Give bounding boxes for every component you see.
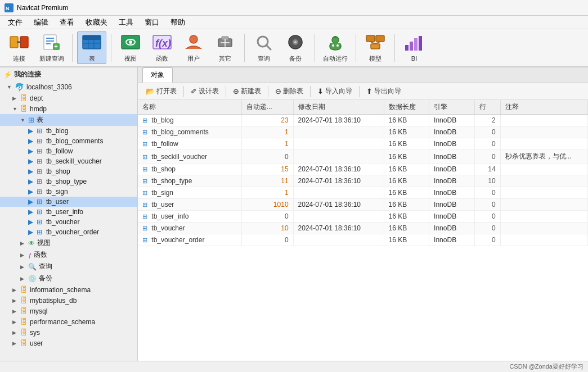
other-icon	[215, 33, 235, 53]
sidebar-table-tb_follow[interactable]: ▶⊞tb_follow	[0, 146, 137, 156]
sidebar-table-tb_shop[interactable]: ▶⊞tb_shop	[0, 166, 137, 176]
sidebar-view-group[interactable]: ▶👁 视图	[0, 237, 137, 249]
menu-item-收藏夹[interactable]: 收藏夹	[80, 16, 113, 29]
toolbar-btn-table[interactable]: 表	[77, 31, 106, 64]
toolbar-separator	[315, 34, 315, 62]
cell-rows: 0	[474, 199, 500, 211]
db-name: hmdp	[30, 105, 47, 113]
toolbar-btn-function[interactable]: f(x)函数	[147, 31, 177, 64]
cell-engine: InnoDB	[429, 187, 475, 199]
sidebar-table-group[interactable]: ▼⊞表	[0, 114, 137, 126]
toolbar-btn-autorun[interactable]: 自动运行	[320, 31, 351, 64]
toolbar-btn-new_query[interactable]: +新建查询	[36, 31, 68, 64]
table-name: tb_sign	[46, 188, 68, 196]
sidebar-table-tb_blog[interactable]: ▶⊞tb_blog	[0, 126, 137, 136]
backup-group-icon: 💿	[28, 275, 37, 283]
menu-item-工具[interactable]: 工具	[113, 16, 139, 29]
table-icon: ▶	[28, 167, 33, 175]
sidebar-db-dept[interactable]: ▶🗄dept	[0, 93, 137, 103]
backup-icon	[285, 33, 306, 53]
table-row[interactable]: ⊞ tb_follow 1 16 KB InnoDB 0	[138, 138, 588, 150]
sidebar-db-information-schema[interactable]: ▶🗄information_schema	[0, 284, 137, 295]
sidebar-table-tb_sign[interactable]: ▶⊞tb_sign	[0, 187, 137, 197]
sidebar-table-tb_seckill_voucher[interactable]: ▶⊞tb_seckill_voucher	[0, 156, 137, 166]
action-btn-export[interactable]: ⬆导出向导	[362, 85, 406, 98]
db-icon: 🗄	[20, 285, 28, 294]
table-container[interactable]: 名称 自动递... 修改日期 数据长度 引擎 行 注释 ⊞ tb_blog 23…	[138, 100, 588, 361]
sidebar-connection-localhost[interactable]: ▼🐬localhost_3306	[0, 81, 137, 93]
toolbar-btn-bi[interactable]: BI	[400, 31, 429, 64]
table-name: tb_blog_comments	[46, 137, 103, 145]
sidebar-table-tb_voucher[interactable]: ▶⊞tb_voucher	[0, 217, 137, 227]
toolbar-btn-backup[interactable]: 备份	[281, 31, 310, 64]
toolbar-btn-model[interactable]: 模型	[361, 31, 390, 64]
sidebar-db-sys[interactable]: ▶🗄sys	[0, 327, 137, 338]
sidebar-backup-group[interactable]: ▶💿 备份	[0, 273, 137, 284]
toolbar-btn-query[interactable]: 查询	[249, 31, 279, 64]
view-group-label: 视图	[37, 238, 51, 248]
menu-item-帮助[interactable]: 帮助	[165, 16, 191, 29]
action-btn-open[interactable]: 📂打开表	[141, 85, 181, 98]
cell-rows: 0	[474, 223, 500, 234]
cell-engine: InnoDB	[429, 138, 475, 150]
sidebar-db-mybatisplus-db[interactable]: ▶🗄mybatisplus_db	[0, 295, 137, 306]
toolbar-btn-other[interactable]: 其它	[210, 31, 240, 64]
cell-date: 2024-07-01 18:36:10	[293, 199, 384, 211]
toolbar-label-autorun: 自动运行	[323, 55, 348, 63]
toolbar-separator	[356, 34, 356, 62]
db-icon: 🗄	[20, 307, 28, 315]
sidebar-db-mysql[interactable]: ▶🗄mysql	[0, 306, 137, 316]
db-name: mybatisplus_db	[30, 297, 77, 305]
sidebar-table-tb_user_info[interactable]: ▶⊞tb_user_info	[0, 207, 137, 217]
svg-text:N: N	[6, 6, 10, 11]
toolbar-btn-connect[interactable]: 连接	[5, 31, 34, 64]
menu-item-窗口[interactable]: 窗口	[139, 16, 165, 29]
col-header-name: 名称	[138, 100, 241, 115]
table-row[interactable]: ⊞ tb_seckill_voucher 0 16 KB InnoDB 0 秒杀…	[138, 150, 588, 164]
tab-objects[interactable]: 对象	[142, 67, 173, 83]
table-row[interactable]: ⊞ tb_user 1010 2024-07-01 18:36:10 16 KB…	[138, 199, 588, 211]
cell-rows: 10	[474, 175, 500, 187]
sidebar-db-performance-schema[interactable]: ▶🗄performance_schema	[0, 316, 137, 327]
toolbar-btn-view[interactable]: 视图	[116, 31, 145, 64]
sidebar-db-hmdp[interactable]: ▼🗄hmdp	[0, 103, 137, 114]
table-icon: ▶	[28, 228, 33, 236]
sidebar-query-group[interactable]: ▶🔍 查询	[0, 261, 137, 273]
sidebar-func-group[interactable]: ▶ƒ 函数	[0, 249, 137, 261]
table-row[interactable]: ⊞ tb_shop_type 11 2024-07-01 18:36:10 16…	[138, 175, 588, 187]
table-icon: ▶	[28, 147, 33, 155]
table-row[interactable]: ⊞ tb_sign 1 16 KB InnoDB 0	[138, 187, 588, 199]
table-row[interactable]: ⊞ tb_voucher_order 0 16 KB InnoDB 0	[138, 234, 588, 246]
sidebar-table-tb_blog_comments[interactable]: ▶⊞tb_blog_comments	[0, 136, 137, 146]
table-icon	[82, 33, 102, 53]
sidebar-table-tb_voucher_order[interactable]: ▶⊞tb_voucher_order	[0, 227, 137, 237]
cell-rows: 2	[474, 115, 500, 126]
action-btn-new_table[interactable]: ⊕新建表	[228, 85, 266, 98]
db-icon: 🗄	[20, 105, 28, 113]
menu-item-查看[interactable]: 查看	[54, 16, 80, 29]
sidebar-table-tb_shop_type[interactable]: ▶⊞tb_shop_type	[0, 176, 137, 187]
table-row[interactable]: ⊞ tb_user_info 0 16 KB InnoDB 0	[138, 211, 588, 223]
menu-item-文件[interactable]: 文件	[2, 16, 28, 29]
backup-group-label: 备份	[39, 274, 52, 283]
toolbar-btn-user[interactable]: 用户	[179, 31, 208, 64]
cell-note	[500, 234, 587, 246]
sidebar-db-user[interactable]: ▶🗄user	[0, 338, 137, 348]
sidebar-table-tb_user[interactable]: ▶⊞tb_user	[0, 197, 137, 207]
cell-date	[293, 187, 384, 199]
toolbar-label-backup: 备份	[289, 55, 302, 63]
action-btn-import[interactable]: ⬇导入向导	[313, 85, 357, 98]
titlebar: N Navicat Premium	[0, 0, 588, 16]
action-btn-delete[interactable]: ⊖删除表	[271, 85, 308, 98]
table-row[interactable]: ⊞ tb_blog_comments 1 16 KB InnoDB 0	[138, 126, 588, 138]
action-btn-design[interactable]: ✐设计表	[186, 85, 223, 98]
cell-size: 16 KB	[384, 126, 429, 138]
table-row[interactable]: ⊞ tb_shop 15 2024-07-01 18:36:10 16 KB I…	[138, 164, 588, 175]
table-icon2: ⊞	[37, 147, 42, 155]
user-icon	[183, 33, 204, 53]
menu-item-编辑[interactable]: 编辑	[28, 16, 54, 29]
cell-note: 秒杀优惠券表，与优...	[500, 150, 587, 164]
cell-note	[500, 164, 587, 175]
table-row[interactable]: ⊞ tb_blog 23 2024-07-01 18:36:10 16 KB I…	[138, 115, 588, 126]
table-row[interactable]: ⊞ tb_voucher 10 2024-07-01 18:36:10 16 K…	[138, 223, 588, 234]
